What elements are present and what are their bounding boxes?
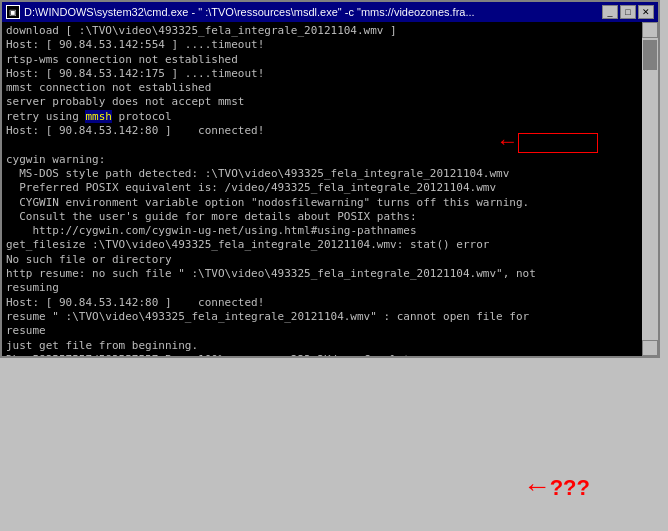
cmd-titlebar-left: ▣ D:\WINDOWS\system32\cmd.exe - " :\TVO\… <box>6 5 475 19</box>
cmd-titlebar: ▣ D:\WINDOWS\system32\cmd.exe - " :\TVO\… <box>2 2 658 22</box>
red-arrow-annotation: ← ??? <box>529 472 590 503</box>
cmd-scrollbar[interactable]: ▲ ▼ <box>642 22 658 356</box>
explorer-wrapper: videos _ □ ✕ Fichier Edition Affichage F… <box>90 358 510 531</box>
question-marks-label: ??? <box>550 475 590 501</box>
cmd-title: D:\WINDOWS\system32\cmd.exe - " :\TVO\re… <box>24 6 475 18</box>
scroll-up-button[interactable]: ▲ <box>642 22 658 38</box>
scroll-thumb[interactable] <box>643 40 657 70</box>
left-arrow-icon: ← <box>529 472 546 503</box>
cmd-icon: ▣ <box>6 5 20 19</box>
cmd-content: download [ :\TVO\video\493325_fela_integ… <box>2 22 658 356</box>
cmd-controls: _ □ ✕ <box>602 5 654 19</box>
cmd-output: download [ :\TVO\video\493325_fela_integ… <box>6 24 654 356</box>
cmd-close-button[interactable]: ✕ <box>638 5 654 19</box>
cmd-minimize-button[interactable]: _ <box>602 5 618 19</box>
red-arrow-mmsh: ← <box>501 130 598 155</box>
cmd-window: ▣ D:\WINDOWS\system32\cmd.exe - " :\TVO\… <box>0 0 660 358</box>
scroll-down-button[interactable]: ▼ <box>642 340 658 356</box>
cmd-maximize-button[interactable]: □ <box>620 5 636 19</box>
